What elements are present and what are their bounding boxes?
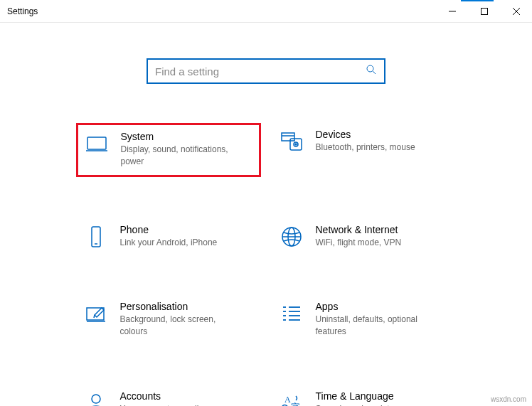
tile-system[interactable]: System Display, sound, notifications, po… [76, 123, 261, 177]
accent-strip [461, 0, 494, 1]
network-icon [280, 225, 303, 248]
tile-personalisation[interactable]: Personalisation Background, lock screen,… [76, 295, 261, 343]
svg-line-20 [94, 315, 95, 318]
maximize-button[interactable] [468, 0, 500, 22]
tile-title: Personalisation [120, 301, 241, 312]
tile-network[interactable]: Network & Internet WiFi, flight mode, VP… [272, 218, 457, 255]
tile-title: Phone [120, 224, 218, 235]
search-input[interactable] [155, 65, 366, 78]
tile-desc: Uninstall, defaults, optional features [316, 314, 437, 338]
svg-line-5 [373, 71, 376, 74]
titlebar: Settings [0, 0, 532, 23]
svg-text:字: 字 [291, 402, 300, 406]
personalisation-icon [85, 302, 107, 325]
tile-apps[interactable]: Apps Uninstall, defaults, optional featu… [272, 295, 457, 343]
svg-rect-8 [282, 133, 294, 141]
tile-desc: Your accounts, email, sync, work, family [120, 403, 241, 406]
svg-rect-1 [481, 8, 487, 14]
close-icon [513, 8, 520, 15]
search-icon [366, 64, 377, 78]
tile-desc: Bluetooth, printers, mouse [316, 141, 415, 154]
tile-devices[interactable]: Devices Bluetooth, printers, mouse [272, 123, 457, 177]
tile-phone[interactable]: Phone Link your Android, iPhone [76, 218, 261, 255]
time-language-icon: A字 [280, 392, 303, 406]
tile-desc: Link your Android, iPhone [120, 237, 218, 249]
apps-icon [280, 302, 303, 325]
close-button[interactable] [500, 0, 532, 22]
window-controls [436, 0, 532, 22]
maximize-icon [481, 8, 488, 15]
svg-point-29 [92, 395, 100, 403]
svg-text:A: A [284, 395, 291, 405]
minimize-button[interactable] [436, 0, 468, 22]
tile-desc: WiFi, flight mode, VPN [316, 237, 402, 249]
content-area: System Display, sound, notifications, po… [0, 23, 532, 406]
tile-desc: Display, sound, notifications, power [121, 144, 242, 168]
tile-title: Devices [316, 129, 415, 140]
tile-desc: Background, lock screen, colours [120, 314, 241, 338]
devices-icon [280, 130, 303, 153]
window-title: Settings [7, 6, 38, 16]
watermark: wsxdn.com [491, 395, 526, 403]
tile-title: Apps [316, 301, 437, 312]
svg-point-4 [367, 65, 373, 72]
phone-icon [85, 225, 107, 248]
tile-title: Time & Language [316, 390, 395, 402]
search-box[interactable] [147, 58, 385, 84]
tile-title: Accounts [120, 390, 241, 402]
tile-accounts[interactable]: Accounts Your accounts, email, sync, wor… [76, 385, 261, 406]
minimize-icon [449, 8, 456, 15]
tile-title: Network & Internet [316, 224, 402, 235]
svg-rect-6 [87, 137, 106, 149]
settings-grid: System Display, sound, notifications, po… [76, 123, 457, 406]
tile-title: System [121, 131, 242, 142]
system-icon [85, 132, 108, 155]
accounts-icon [85, 392, 107, 406]
tile-time-language[interactable]: A字 Time & Language Speech, region, date [272, 385, 457, 406]
tile-desc: Speech, region, date [316, 403, 395, 406]
svg-point-12 [295, 144, 297, 145]
